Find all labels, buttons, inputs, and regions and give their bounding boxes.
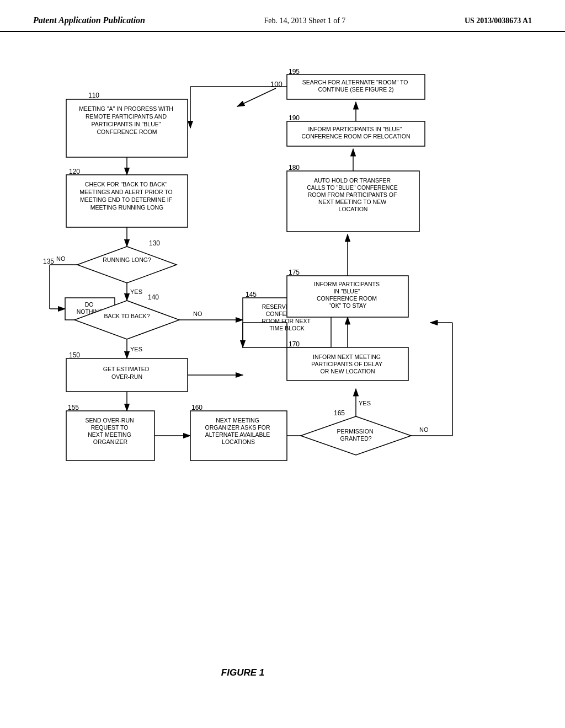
label-130: 130 bbox=[149, 239, 160, 247]
label-145: 145 bbox=[246, 291, 257, 298]
label-yes-130: YES bbox=[130, 288, 142, 295]
label-no-165: NO bbox=[419, 426, 429, 433]
label-175: 175 bbox=[289, 269, 300, 276]
header-center: Feb. 14, 2013 Sheet 1 of 7 bbox=[264, 17, 346, 25]
label-no-130: NO bbox=[56, 255, 66, 262]
diagram-area: 100 MEETING "A" IN PROGRESS WITH REMOTE … bbox=[33, 66, 532, 695]
label-yes-165: YES bbox=[359, 400, 371, 406]
label-150: 150 bbox=[69, 351, 80, 359]
label-135: 135 bbox=[43, 258, 54, 265]
label-120: 120 bbox=[69, 168, 80, 175]
label-160: 160 bbox=[191, 404, 202, 411]
arrow-100 bbox=[237, 88, 276, 106]
label-165: 165 bbox=[334, 409, 345, 417]
node-130-text: RUNNING LONG? bbox=[103, 256, 151, 263]
label-110: 110 bbox=[88, 92, 99, 99]
label-180: 180 bbox=[289, 164, 300, 172]
label-140: 140 bbox=[148, 293, 159, 301]
node-165-text: PERMISSION GRANTED? bbox=[337, 428, 375, 442]
label-195: 195 bbox=[289, 68, 300, 76]
flowchart-svg: 100 MEETING "A" IN PROGRESS WITH REMOTE … bbox=[33, 66, 532, 695]
label-yes-140: YES bbox=[130, 346, 142, 352]
node-130-diamond bbox=[77, 247, 177, 283]
page: Patent Application Publication Feb. 14, … bbox=[0, 0, 565, 728]
node-195-text: SEARCH FOR ALTERNATE "ROOM" TO CONTINUE … bbox=[302, 79, 410, 93]
page-header: Patent Application Publication Feb. 14, … bbox=[0, 0, 565, 32]
node-140-text: BACK TO BACK? bbox=[104, 313, 150, 319]
label-155: 155 bbox=[68, 404, 79, 411]
label-no-140: NO bbox=[193, 311, 202, 317]
node-190-text: INFORM PARTICIPANTS IN "BLUE" CONFERENCE… bbox=[302, 126, 411, 140]
label-170: 170 bbox=[289, 340, 300, 348]
figure-label: FIGURE 1 bbox=[221, 667, 264, 678]
header-left: Patent Application Publication bbox=[33, 15, 145, 25]
header-right: US 2013/0038673 A1 bbox=[465, 17, 532, 25]
node-170-text: INFORM NEXT MEETING PARTICIPANTS OF DELA… bbox=[311, 354, 383, 374]
label-190: 190 bbox=[289, 114, 300, 122]
